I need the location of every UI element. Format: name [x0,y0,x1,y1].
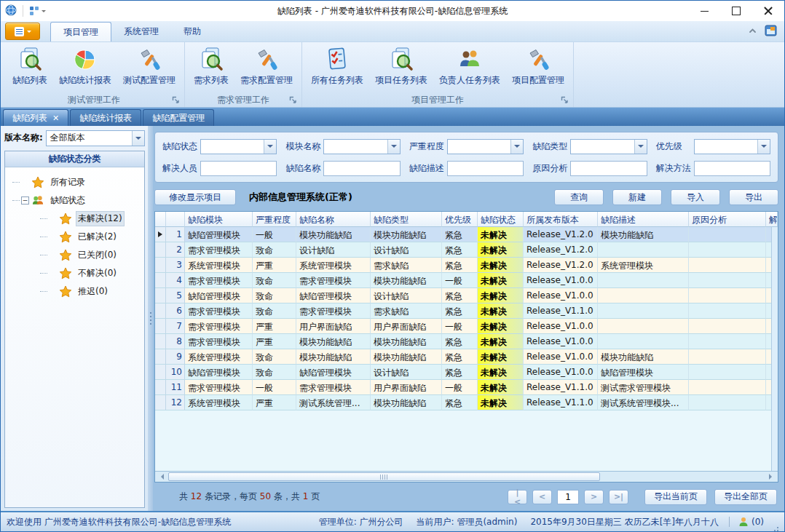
action-button[interactable]: 导出 [729,189,778,205]
application-menu-button[interactable] [5,23,40,40]
action-button[interactable]: 导入 [671,189,720,205]
combo-arrow-icon[interactable] [387,140,400,154]
ribbon-button[interactable]: 需求列表 [189,44,234,92]
tree-item[interactable]: 推迟(0) [7,282,143,301]
ribbon-button[interactable]: 负责人任务列表 [434,44,505,92]
modify-display-button[interactable]: 修改显示项目 [154,189,236,205]
combo-arrow-icon[interactable] [634,140,647,154]
collapse-ribbon-button[interactable] [748,26,757,38]
severity-cell: 致命 [253,303,296,319]
filter-input[interactable] [694,161,770,176]
splitter[interactable] [148,126,153,511]
dialog-launcher-button[interactable] [289,96,297,104]
person-icon[interactable] [738,517,749,527]
table-row[interactable]: 10 缺陷管理模块 致命 缺陷管理模块 设计缺陷 紧急 未解决 Release_… [155,365,778,380]
version-combobox[interactable]: 全部版本 [46,130,145,146]
tree-item[interactable]: 所有记录 [7,173,143,191]
table-row[interactable]: 8 需求管理模块 严重 模块功能缺陷 模块功能缺陷 紧急 未解决 Release… [155,334,778,349]
column-header[interactable]: 所属发布版本 [524,212,598,227]
horizontal-scrollbar[interactable] [155,471,778,482]
ribbon-button[interactable]: 项目任务列表 [370,44,433,92]
action-button[interactable]: 查询 [554,189,604,205]
table-row[interactable]: 11 需求管理模块 一般 需求管理模块 用户界面缺陷 一般 未解决 Releas… [155,380,778,395]
ribbon-button[interactable]: 所有任务列表 [306,44,368,92]
tree-item[interactable]: 已解决(2) [7,228,143,246]
document-tab[interactable]: 缺陷统计报表 [70,109,141,126]
ribbon-button[interactable]: 缺陷统计报表 [54,44,117,92]
table-row[interactable]: 4 需求管理模块 致命 需求管理模块 模块功能缺陷 一般 未解决 Release… [155,273,778,288]
quick-access-toolbar-button[interactable] [29,6,46,16]
ribbon-tab[interactable]: 帮助 [171,22,213,41]
combo-arrow-icon[interactable] [757,140,770,154]
column-header[interactable]: 解决方法 [766,212,778,227]
filter-input[interactable] [200,161,277,176]
table-row[interactable]: 7 需求管理模块 严重 用户界面缺陷 用户界面缺陷 一般 未解决 Release… [155,319,778,334]
table-row[interactable]: 1 缺陷管理模块 一般 模块功能缺陷 模块功能缺陷 紧急 未解决 Release… [155,227,778,242]
filter-combobox[interactable] [447,139,524,154]
table-row[interactable]: 12 系统管理模块 严重 测试系统管理... 模块功能缺陷 紧急 未解决 Rel… [155,395,778,410]
defect-type-cell: 模块功能缺陷 [371,273,442,288]
page-number-input[interactable] [557,490,579,504]
app-window: 缺陷列表 - 广州爱奇迪软件科技有限公司-缺陷信息管理系统 项目管理系统管理帮助 [0,0,785,532]
table-row[interactable]: 9 系统管理模块 致命 模块功能缺陷 模块功能缺陷 紧急 未解决 Release… [155,349,778,365]
scroll-left-arrow-icon[interactable] [155,472,167,482]
tree-item[interactable]: 不解决(0) [7,264,143,282]
close-button[interactable] [752,1,784,21]
vertical-scrollbar[interactable] [771,227,778,471]
ribbon-button-label: 负责人任务列表 [439,74,500,87]
scroll-right-arrow-icon[interactable] [766,472,778,482]
ribbon-button[interactable]: 需求配置管理 [235,44,298,92]
ribbon-tab[interactable]: 项目管理 [50,22,111,41]
pager-prev-button[interactable]: < [532,490,552,504]
column-header[interactable]: 严重程度 [253,212,296,227]
ribbon-button[interactable]: 缺陷列表 [7,44,52,92]
table-row[interactable]: 6 需求管理模块 致命 需求管理模块 需求缺陷 紧急 未解决 Release_V… [155,303,778,319]
column-header[interactable]: 优先级 [442,212,478,227]
table-row[interactable]: 5 缺陷管理模块 致命 缺陷管理模块 设计缺陷 紧急 未解决 Release_V… [155,288,778,303]
defect-name-cell: 系统管理模块 [296,258,371,273]
pager-next-button[interactable]: > [584,490,604,504]
filter-input[interactable] [323,161,400,176]
pager-first-button[interactable]: |< [508,490,527,504]
maximize-button[interactable] [720,1,752,21]
filter-combobox[interactable] [570,139,647,154]
column-header[interactable]: 缺陷状态 [478,212,524,227]
filter-combobox[interactable] [200,139,277,154]
export-current-page-button[interactable]: 导出当前页 [644,489,707,505]
document-tab[interactable]: 缺陷列表 ✕ [3,109,68,126]
help-button[interactable] [765,25,777,39]
dialog-launcher-button[interactable] [561,96,569,104]
tree-item[interactable]: − 缺陷状态 [7,191,143,210]
combo-arrow-icon[interactable] [132,131,144,146]
export-all-pages-button[interactable]: 导出全部页 [714,489,777,505]
scrollbar-track[interactable] [167,472,766,482]
table-row[interactable]: 3 系统管理模块 严重 系统管理模块 需求缺陷 紧急 未解决 Release_V… [155,258,778,273]
action-button[interactable]: 新建 [612,189,662,205]
tree-item[interactable]: 未解决(12) [7,210,143,228]
column-header[interactable]: 缺陷模块 [185,212,253,227]
column-header[interactable]: 缺陷名称 [296,212,371,227]
document-tab[interactable]: 缺陷配置管理 [143,109,214,126]
filter-input[interactable] [447,161,524,176]
ribbon-tab[interactable]: 系统管理 [111,22,171,41]
combo-arrow-icon[interactable] [510,140,523,154]
filter-combobox[interactable] [694,139,770,154]
scrollbar-thumb[interactable] [168,472,600,481]
table-row[interactable]: 2 需求管理模块 致命 设计缺陷 设计缺陷 紧急 未解决 Release_V1.… [155,242,778,258]
ribbon-button[interactable]: 测试配置管理 [118,44,181,92]
dialog-launcher-button[interactable] [172,96,180,104]
column-header[interactable]: 原因分析 [689,212,766,227]
tree-expander[interactable]: − [21,196,29,205]
resize-grip[interactable] [771,524,778,531]
column-header[interactable]: 缺陷描述 [598,212,689,227]
tab-close-icon[interactable]: ✕ [52,114,59,122]
combo-arrow-icon[interactable] [264,140,276,154]
minimize-button[interactable] [688,1,720,21]
filter-input[interactable] [570,161,647,176]
column-header[interactable]: 缺陷类型 [371,212,442,227]
status-cell: 未解决 [478,395,524,410]
ribbon-button[interactable]: 项目配置管理 [507,44,569,92]
filter-combobox[interactable] [323,139,400,154]
pager-last-button[interactable]: >| [609,490,628,504]
tree-item[interactable]: 已关闭(0) [7,246,143,264]
